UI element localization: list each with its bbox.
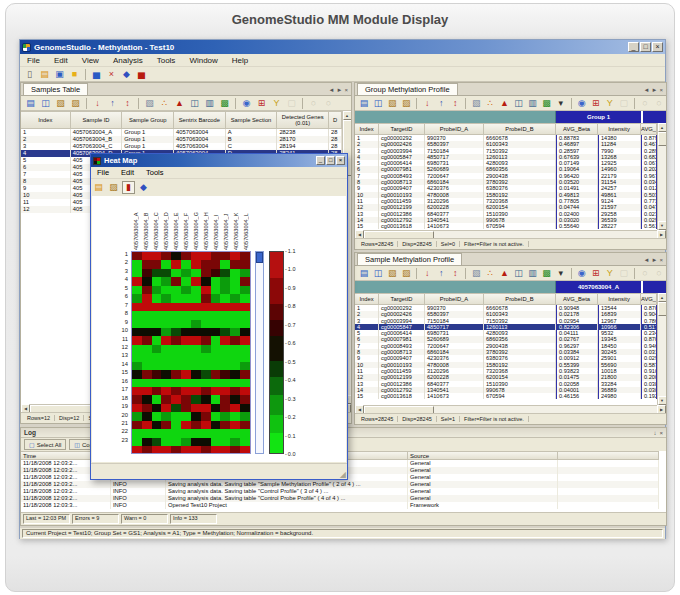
menu-item-window[interactable]: Window xyxy=(182,56,224,65)
sort-descending-icon[interactable]: ↑ xyxy=(435,267,447,280)
column-header-col4[interactable] xyxy=(558,451,659,460)
zoom-icon[interactable]: ◉ xyxy=(576,97,588,110)
pin-columns-icon[interactable]: ○ xyxy=(653,97,665,110)
box-plot-icon[interactable]: ◫ xyxy=(512,97,524,110)
heat-map-window[interactable]: Heat Map _□× FileEditTools ▤▨▮◆ 40570630… xyxy=(90,153,348,480)
line-plot-icon[interactable]: ▧ xyxy=(470,97,482,110)
sample-horizontal-scrollbar[interactable]: ◀ ▶ xyxy=(355,405,666,413)
copy-icon[interactable]: ▤ xyxy=(24,97,37,110)
histogram-plot-icon[interactable]: ▲ xyxy=(498,267,510,280)
bar-chart-icon[interactable]: ▥ xyxy=(527,97,539,110)
tab-scroll-right-icon[interactable]: ► xyxy=(652,257,658,263)
pin-columns-icon[interactable]: ○ xyxy=(322,97,335,110)
table-row[interactable]: 15cg0001361814106736705940.46156249800.1… xyxy=(355,393,657,399)
column-header-probeid-b[interactable]: ProbeID_B xyxy=(484,293,556,305)
clear-filter-icon[interactable]: ▢ xyxy=(618,267,630,280)
line-plot-icon[interactable]: ▧ xyxy=(143,97,156,110)
sort-descending-icon[interactable]: ↑ xyxy=(435,97,447,110)
sort-multi-icon[interactable]: ↕ xyxy=(121,97,134,110)
table-row[interactable]: 15cg0001361814106736705940.55640282270.5… xyxy=(355,223,657,229)
expand-icon[interactable]: ⊞ xyxy=(590,97,602,110)
copy-all-icon[interactable]: ◫ xyxy=(372,97,384,110)
export-table-icon[interactable]: ▨ xyxy=(400,97,412,110)
menu-item-analysis[interactable]: Analysis xyxy=(106,56,150,65)
sort-multi-icon[interactable]: ↕ xyxy=(449,267,461,280)
app-titlebar[interactable]: GenomeStudio - Methylation - Test10 _□× xyxy=(20,40,665,54)
table-row[interactable]: 11/18/2008 12:03:2...INFOSaving analysis… xyxy=(21,481,666,488)
menu-item-edit[interactable]: Edit xyxy=(115,168,140,177)
sort-ascending-icon[interactable]: ↓ xyxy=(421,267,433,280)
tab-sample-methylation-profile[interactable]: Sample Methylation Profile xyxy=(357,253,462,265)
column-header-probeid-a[interactable]: ProbeID_A xyxy=(425,293,484,305)
heat-map-plot-icon[interactable]: ▩ xyxy=(541,97,553,110)
column-header-avg-[interactable]: AVG_ xyxy=(641,293,657,305)
column-header-avg-beta[interactable]: AVG_Beta xyxy=(556,293,598,305)
scatter-plot-icon[interactable]: ∴ xyxy=(484,267,496,280)
menu-item-tools[interactable]: Tools xyxy=(140,168,170,177)
column-header-avg-[interactable]: AVG_ xyxy=(641,123,657,135)
histogram-analysis-icon[interactable]: ▅ xyxy=(135,68,148,81)
scroll-down-icon[interactable]: ▼ xyxy=(658,221,667,230)
tab-close-icon[interactable]: × xyxy=(659,257,663,263)
scroll-thumb[interactable] xyxy=(658,132,667,146)
group-horizontal-scrollbar[interactable]: ◀ ▶ xyxy=(355,230,666,238)
column-header-intensity[interactable]: Intensity xyxy=(598,123,641,135)
clear-filter-icon[interactable]: ▢ xyxy=(618,97,630,110)
column-header-sentrix-barcode[interactable]: Sentrix Barcode xyxy=(174,111,226,129)
select-all-button[interactable]: ▢Select All xyxy=(24,439,66,450)
column-header-avg-beta[interactable]: AVG_Beta xyxy=(556,123,598,135)
tab-scroll-right-icon[interactable]: ► xyxy=(652,87,658,93)
histogram-plot-icon[interactable]: ▲ xyxy=(498,97,510,110)
box-plot-icon[interactable]: ◫ xyxy=(188,97,201,110)
pin-icon[interactable]: ↓ xyxy=(653,430,656,436)
column-header-probeid-a[interactable]: ProbeID_A xyxy=(425,123,484,135)
new-project-icon[interactable]: ▯ xyxy=(23,68,36,81)
column-header-targetid[interactable]: TargetID xyxy=(379,293,425,305)
column-header-source[interactable]: Source xyxy=(408,451,558,460)
column-header-sample-group[interactable]: Sample Group xyxy=(122,111,174,129)
scatter-plot-icon[interactable]: ∴ xyxy=(484,97,496,110)
column-header-probeid-b[interactable]: ProbeID_B xyxy=(484,123,556,135)
clear-filter-icon[interactable]: ▢ xyxy=(285,97,298,110)
heat-map-plot-icon[interactable]: ▩ xyxy=(541,267,553,280)
cluster-analysis-icon[interactable]: ◆ xyxy=(120,68,133,81)
scatter-plot-icon[interactable]: ∴ xyxy=(158,97,171,110)
tab-close-icon[interactable]: × xyxy=(659,87,663,93)
column-header-d[interactable]: D xyxy=(329,111,342,129)
copy-icon[interactable]: ▤ xyxy=(358,267,370,280)
pin-rows-icon[interactable]: ○ xyxy=(639,97,651,110)
filter-icon[interactable]: Y xyxy=(270,97,283,110)
heatmap-scrollbar[interactable] xyxy=(255,251,264,454)
bar-chart-icon[interactable]: ▥ xyxy=(203,97,216,110)
tab-group-methylation-profile[interactable]: Group Methylation Profile xyxy=(357,83,458,95)
export-table-icon[interactable]: ▨ xyxy=(400,267,412,280)
scatter-analysis-icon[interactable]: × xyxy=(105,68,118,81)
column-header-sample-id[interactable]: Sample ID xyxy=(71,111,123,129)
bar-chart-icon[interactable]: ▥ xyxy=(527,267,539,280)
sort-descending-icon[interactable]: ↑ xyxy=(106,97,119,110)
heat-map-titlebar[interactable]: Heat Map _□× xyxy=(91,154,347,167)
import-table-icon[interactable]: ▧ xyxy=(386,97,398,110)
scroll-thumb[interactable] xyxy=(256,252,263,263)
column-header-index[interactable]: Index xyxy=(355,123,379,135)
close-icon[interactable]: × xyxy=(659,430,663,436)
column-header-intensity[interactable]: Intensity xyxy=(598,293,641,305)
import-table-icon[interactable]: ▧ xyxy=(386,267,398,280)
open-project-icon[interactable]: ▤ xyxy=(38,68,51,81)
import-table-icon[interactable]: ▧ xyxy=(54,97,67,110)
pin-rows-icon[interactable]: ○ xyxy=(307,97,320,110)
sort-ascending-icon[interactable]: ↓ xyxy=(91,97,104,110)
pin-rows-icon[interactable]: ○ xyxy=(639,267,651,280)
close-button[interactable]: × xyxy=(652,42,663,52)
export-image-icon[interactable]: ▨ xyxy=(107,181,120,194)
table-row[interactable]: 11/18/2008 12:03:2...INFOSaving analysis… xyxy=(21,488,666,495)
minimize-button[interactable]: _ xyxy=(628,42,639,52)
tab-scroll-left-icon[interactable]: ◄ xyxy=(329,87,335,93)
tab-samples-table[interactable]: Samples Table xyxy=(23,83,88,95)
scroll-thumb[interactable] xyxy=(658,302,667,316)
column-header-index[interactable]: Index xyxy=(21,111,71,129)
minimize-button[interactable]: _ xyxy=(316,156,325,165)
sort-ascending-icon[interactable]: ↓ xyxy=(421,97,433,110)
scroll-up-icon[interactable]: ▲ xyxy=(658,123,667,132)
heatmap-mode-icon[interactable]: ▮ xyxy=(122,181,135,194)
